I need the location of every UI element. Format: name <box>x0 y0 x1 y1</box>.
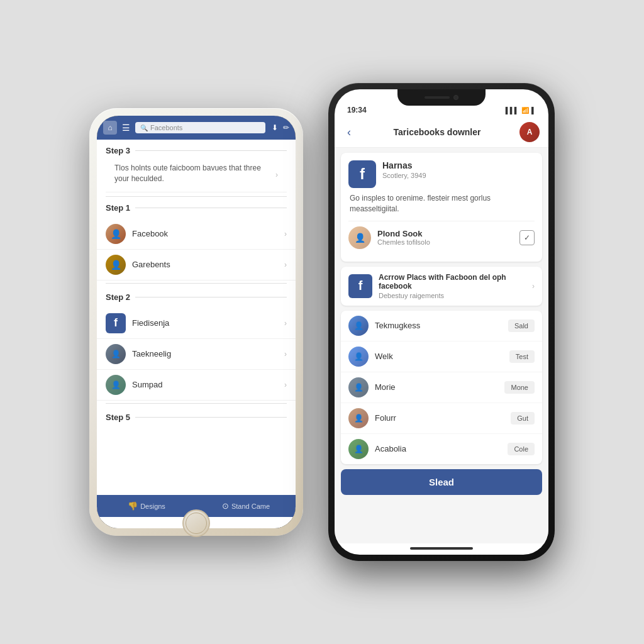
avatar-folurr: 👤 <box>348 408 369 428</box>
list-item-garebents[interactable]: 👤 Garebents › <box>97 250 296 280</box>
checkmark-box[interactable]: ✓ <box>519 230 535 245</box>
reviewer-subtitle: Chemles tofilsolo <box>377 238 513 246</box>
phone2-device: 19:34 ▌▌▌ 📶 ▌ ‹ Taricebooks downler A <box>328 83 555 561</box>
btn-test[interactable]: Test <box>509 350 535 363</box>
fb-icon: f <box>106 313 126 333</box>
battery-icon: ▌ <box>531 107 536 114</box>
menu-icon[interactable]: ☰ <box>122 123 130 133</box>
person-row-folurr: 👤 Folurr Gut <box>341 403 542 434</box>
action-subtitle: Debestuy raigements <box>379 292 526 299</box>
divider3 <box>106 403 287 404</box>
app-description: Go insples to orenime. flesteir mest gor… <box>348 193 535 214</box>
item-name-sumpad: Sumpad <box>132 380 278 389</box>
wifi-icon: 📶 <box>521 107 529 114</box>
edit-icon[interactable]: ✏ <box>283 123 289 132</box>
person-row-welk: 👤 Welk Test <box>341 341 542 372</box>
person-name-tekmugkess: Tekmugkess <box>375 321 502 330</box>
step3-item[interactable]: Tlos holnts oute faicboom bavues that th… <box>106 158 287 192</box>
status-time: 19:34 <box>347 106 367 114</box>
notch-speaker <box>425 96 450 99</box>
avatar-icon: 👤 <box>106 255 126 275</box>
action-chevron: › <box>532 282 535 291</box>
list-item-taekneelig[interactable]: 👤 Taekneelig › <box>97 339 296 370</box>
phone1-top-bar: ⌂ ☰ 🔍 Facebonts ⬇ ✏ <box>97 116 296 140</box>
avatar-facebook: 👤 <box>106 224 126 244</box>
reviewer-info: Plond Sook Chemles tofilsolo <box>377 229 513 246</box>
search-icon: 🔍 <box>140 125 148 131</box>
standcame-icon: ⊙ <box>222 501 229 511</box>
app-info: Harnas Scotlery, 3949 <box>382 160 426 179</box>
person-row-tekmugkess: 👤 Tekmugkess Sald <box>341 311 542 341</box>
phone2-content: f Harnas Scotlery, 3949 Go insples to or… <box>335 148 548 543</box>
list-item-fiedisenja[interactable]: f Fiedisenja › <box>97 308 296 339</box>
item-name-facebook: Facebook <box>132 229 278 238</box>
divider2 <box>106 283 287 284</box>
phone1-device: ⌂ ☰ 🔍 Facebonts ⬇ ✏ Step 3 Tlos h <box>89 108 303 536</box>
signal-icon: ▌▌▌ <box>506 107 519 114</box>
avatar-tekmugkess: 👤 <box>348 316 369 336</box>
tab-standcame-label: Stand Came <box>231 502 270 510</box>
search-bar[interactable]: 🔍 Facebonts <box>135 122 265 133</box>
chevron-icon: › <box>275 170 278 179</box>
item-name-fiedisenja: Fiedisenja <box>132 318 278 328</box>
phone2-screen: 19:34 ▌▌▌ 📶 ▌ ‹ Taricebooks downler A <box>335 89 548 555</box>
phone1-screen: ⌂ ☰ 🔍 Facebonts ⬇ ✏ Step 3 Tlos h <box>97 116 296 528</box>
step2-label: Step 2 <box>106 292 287 302</box>
download-icon[interactable]: ⬇ <box>272 123 278 132</box>
reviewer-name: Plond Sook <box>377 229 513 238</box>
app-header-row: f Harnas Scotlery, 3949 <box>348 160 535 188</box>
search-text: Facebonts <box>150 124 182 131</box>
list-item-sumpad[interactable]: 👤 Sumpad › <box>97 370 296 401</box>
back-button[interactable]: ‹ <box>343 125 355 140</box>
avatar-icon: 👤 <box>106 375 126 395</box>
person-name-welk: Welk <box>375 352 503 361</box>
avatar-sumpad: 👤 <box>106 375 126 395</box>
btn-cole[interactable]: Cole <box>508 443 535 455</box>
select-button[interactable]: Slead <box>341 469 542 495</box>
avatar-morie: 👤 <box>348 377 369 397</box>
avatar-icon: 👤 <box>106 224 126 244</box>
action-card[interactable]: f Acrrow Placs with Facboon del oph face… <box>341 267 542 306</box>
chevron-icon: › <box>284 230 287 238</box>
step2-section: Step 2 <box>97 286 296 308</box>
phone2-notch <box>397 89 486 106</box>
person-name-acabolia: Acabolia <box>375 444 501 453</box>
btn-sald[interactable]: Sald <box>508 319 535 332</box>
app-name: Harnas <box>382 160 426 170</box>
step3-label: Step 3 <box>106 146 287 155</box>
step1-section: Step 1 <box>97 197 296 219</box>
status-icons: ▌▌▌ 📶 ▌ <box>506 107 536 114</box>
list-item-facebook[interactable]: 👤 Facebook › <box>97 219 296 250</box>
header-avatar[interactable]: A <box>519 122 540 142</box>
designs-icon: 👎 <box>128 501 138 511</box>
phone1-home-button[interactable] <box>182 509 210 537</box>
person-row-acabolia: 👤 Acabolia Cole <box>341 434 542 464</box>
btn-mone[interactable]: Mone <box>504 381 535 394</box>
btn-gut[interactable]: Gut <box>511 412 535 425</box>
person-name-morie: Morie <box>375 382 498 392</box>
phone2-home-indicator <box>410 547 473 550</box>
action-text: Acrrow Placs with Facboon del oph facebo… <box>379 273 526 299</box>
step5-section: Step 5 <box>97 406 296 428</box>
chevron-icon: › <box>284 260 287 269</box>
reviewer-avatar: 👤 <box>348 226 371 249</box>
app-card: f Harnas Scotlery, 3949 Go insples to or… <box>341 153 542 262</box>
phone1-content: Step 3 Tlos holnts oute faicboom bavues … <box>97 140 296 495</box>
step5-label: Step 5 <box>106 413 287 422</box>
person-name-folurr: Folurr <box>375 413 504 423</box>
phone2-inner: 19:34 ▌▌▌ 📶 ▌ ‹ Taricebooks downler A <box>335 89 548 555</box>
avatar-acabolia: 👤 <box>348 439 369 459</box>
fb-icon-large: f <box>348 160 376 188</box>
step3-section: Step 3 Tlos holnts oute faicboom bavues … <box>97 140 296 196</box>
avatar-taekneelig: 👤 <box>106 344 126 364</box>
app-subtitle: Scotlery, 3949 <box>382 172 426 179</box>
home-icon[interactable]: ⌂ <box>103 121 117 135</box>
person-row-morie: 👤 Morie Mone <box>341 372 542 403</box>
tab-stand-came[interactable]: ⊙ Stand Came <box>196 495 296 517</box>
scene: ⌂ ☰ 🔍 Facebonts ⬇ ✏ Step 3 Tlos h <box>0 0 644 644</box>
tab-designs-label: Designs <box>140 502 165 510</box>
tab-designs[interactable]: 👎 Designs <box>97 495 196 517</box>
step1-label: Step 1 <box>106 203 287 213</box>
header-title: Taricebooks downler <box>361 127 513 137</box>
reviewer-row: 👤 Plond Sook Chemles tofilsolo ✓ <box>348 221 535 254</box>
